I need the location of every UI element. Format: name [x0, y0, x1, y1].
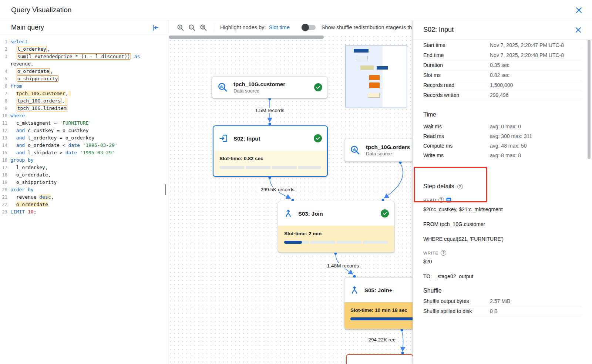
zoom-in-button[interactable] [176, 23, 185, 32]
slot-time-label: Slot-time: 0.82 sec [219, 156, 321, 161]
highlight-mode-select[interactable]: Slot time [268, 24, 290, 30]
code-token: o_orderdate, [10, 172, 51, 178]
join-stage-icon [350, 285, 359, 295]
detail-row: Slot ms0.82 sec [423, 70, 582, 80]
code-token: and [16, 135, 25, 141]
detail-value: avg: 8 max: 8 [490, 152, 566, 159]
close-details-button[interactable] [574, 26, 582, 34]
line-number: 11 [1, 119, 7, 127]
code-token: desc [39, 194, 51, 200]
code-token [10, 76, 16, 81]
code-line: 20order by [1, 186, 167, 193]
edge-label: 1.5M records [254, 108, 286, 113]
minimap-node-bar [368, 93, 380, 98]
node-tpch-customer[interactable]: tpch_10G.customer Data source [212, 76, 328, 98]
line-number: 15 [1, 149, 7, 156]
code-token: o_orderdate [16, 202, 48, 207]
detail-label: Read ms [423, 132, 490, 140]
code-token: c_custkey = o_custkey [25, 128, 88, 133]
write-label: WRITE [423, 251, 438, 255]
stage-details-header: S02: Input [413, 20, 592, 40]
minimap-node-bar [369, 75, 380, 80]
code-line: 11 c_mktsegment = 'FURNITURE' [1, 119, 167, 127]
shuffle-section-title: Shuffle [423, 287, 582, 294]
node-s02-input[interactable]: S02: Input Slot-time: 0.82 sec [213, 125, 328, 177]
zoom-out-button[interactable] [187, 23, 196, 32]
data-source-icon [217, 82, 228, 93]
panel-resize-handle[interactable] [165, 184, 166, 195]
detail-value: 0 B [490, 307, 566, 315]
graph-canvas[interactable]: tpch_10G.customer Data source S02: Input… [168, 34, 413, 364]
code-line: 14 and o_orderdate < date '1995-03-29' [1, 142, 167, 149]
code-token [10, 68, 16, 74]
help-icon[interactable] [438, 197, 444, 203]
detail-label: Write ms [423, 152, 490, 159]
code-line: 8 tpch_10G.orders, [1, 97, 167, 105]
code-token: and [16, 142, 25, 148]
detail-row: End timeNov 7, 2025, 2:20:48 PM UTC-8 [423, 50, 582, 60]
horizontal-scrollbar-thumb[interactable] [169, 36, 324, 39]
zoom-reset-button[interactable] [199, 23, 208, 32]
detail-label: Duration [423, 61, 490, 69]
stage-details-content: Start timeNov 7, 2025, 2:20:47 PM UTC-8E… [413, 40, 592, 316]
help-icon[interactable] [441, 250, 446, 256]
panel-scrollbar-thumb[interactable] [588, 40, 591, 159]
line-number: 16 [1, 156, 7, 164]
execution-graph-area: Highlight nodes by: Slot time Show shuff… [168, 20, 413, 364]
close-visualization-button[interactable] [575, 6, 583, 14]
main-query-title: Main query [11, 24, 44, 31]
code-token: l_shipdate > [25, 150, 65, 155]
main-query-panel: Main query 1select2 l_orderkey,3 sum(l_e… [0, 20, 168, 364]
help-icon[interactable] [457, 184, 463, 189]
detail-row: Read msavg: 300 max: 311 [423, 131, 582, 141]
line-number: 13 [1, 134, 7, 142]
step-detail-line: FROM tpch_10G.customer [423, 220, 582, 228]
code-line: 5 o_shippriority [1, 75, 167, 82]
code-line: 2 l_orderkey, [1, 46, 167, 53]
detail-label: Wait ms [423, 123, 490, 130]
code-token: , [65, 91, 68, 96]
line-number: 4 [1, 68, 7, 75]
code-line: 6from [1, 82, 167, 90]
highlight-nodes-label: Highlight nodes by: [220, 24, 266, 30]
step-details-heading: Step details [423, 183, 582, 190]
node-subtitle: Data source [366, 151, 410, 156]
code-token: l_orderkey [17, 46, 47, 52]
detail-value: 0.82 sec [490, 71, 566, 79]
detail-value: Nov 7, 2025, 2:20:47 PM UTC-8 [490, 41, 566, 49]
line-number: 23 [1, 208, 7, 216]
minimap-node-bar [356, 56, 368, 60]
code-line: 16group by [1, 156, 167, 164]
code-token: date [68, 142, 80, 148]
graph-minimap[interactable] [345, 46, 407, 107]
code-token [10, 202, 16, 207]
main-query-header: Main query [0, 20, 168, 35]
code-line: 18 o_orderdate, [1, 171, 167, 179]
code-token: , [50, 68, 53, 74]
node-s03-join[interactable]: S03: Join Slot-time: 2 min [278, 201, 394, 253]
page-title: Query Visualization [11, 6, 71, 14]
detail-value: avg: 48 max: 50 [490, 142, 566, 149]
edge-label: 1.48M records [326, 263, 360, 269]
code-line: 22 o_orderdate [1, 201, 167, 208]
detail-label: Records read [423, 81, 490, 89]
detail-label: Start time [423, 41, 490, 49]
code-token: o_shippriority [10, 179, 57, 185]
collapse-panel-button[interactable] [151, 23, 160, 32]
code-token: tpch_10G.customer [16, 91, 65, 96]
node-s05-join-plus[interactable]: S05: Join+ Slot-time: 10 min 18 sec [344, 277, 413, 329]
top-header: Query Visualization [0, 0, 592, 20]
line-number: 2 [1, 46, 7, 53]
read-section-label-row: READ [423, 197, 582, 203]
code-token: o_shippriority [17, 75, 59, 82]
code-line: 4 o_orderdate, [1, 68, 167, 75]
line-number: 3 [1, 53, 7, 60]
node-tpch-orders[interactable]: tpch_10G.orders Data source [344, 139, 413, 162]
shuffle-stages-toggle-label: Show shuffle redistribution stages [322, 24, 402, 30]
node-next-stage-partial[interactable] [346, 354, 413, 364]
minimap-node-bar [360, 65, 374, 70]
write-step-lines: $20TO __stage02_output [423, 258, 582, 280]
slot-progress-bar [350, 317, 413, 320]
shuffle-stages-toggle[interactable] [302, 25, 316, 30]
code-line: 23LIMIT 10; [1, 208, 167, 216]
